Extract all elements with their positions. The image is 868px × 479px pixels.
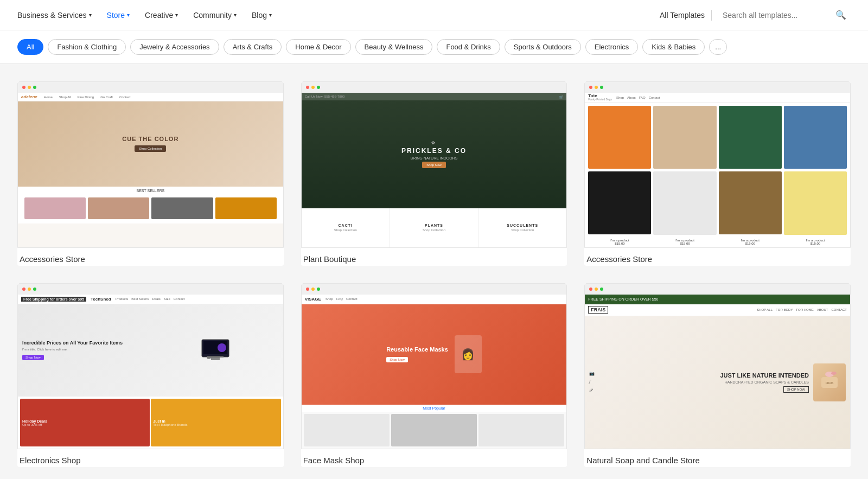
plant-cat-title-2: PLANTS [425,223,443,227]
elec-nav-contact: Contact [174,297,185,301]
browser-dot-yellow [28,288,31,291]
svg-point-2 [218,343,226,352]
plant-cat-title-3: SUCCULENTS [507,223,538,227]
elec-banner-deals: Holiday Deals Up to 30% off [20,399,150,446]
plant-cat-link-3: Shop Collection [511,228,534,232]
elec-image [152,337,278,364]
soap-hero-text: JUST LIKE NATURE INTENDED HANDCRAFTED OR… [595,372,813,393]
mock-content-plant: Call Us Now: 555-456-7890 🛒 ✿ PRICKLES &… [302,93,567,247]
filter-more-button[interactable]: ... [709,39,727,55]
tote-nav-contact: FAQ [639,96,646,99]
template-card-facemask[interactable]: VISAGE Shop FAQ Contact Reusable Face Ma… [301,283,567,468]
browser-dot-red [22,288,25,291]
face-btn: Shop Now [386,357,408,362]
search-icon[interactable]: 🔍 [835,10,846,20]
soap-nav: FRAIS SHOP ALL FOR BODY FOR HOME ABOUT C… [585,304,850,316]
filter-arts[interactable]: Arts & Crafts [224,39,282,55]
tote-item-4 [784,106,847,169]
tote-mock: Tote Funky Printed Bags Shop About FAQ C… [585,93,850,247]
template-name-plant: Plant Boutique [301,248,567,266]
face-product-2 [391,414,477,447]
tote-brand: Tote Funky Printed Bags [588,94,612,101]
template-card-soap[interactable]: FREE SHIPPING ON ORDER OVER $50 FRAIS SH… [584,283,851,468]
nav-blog[interactable]: Blog ▾ [252,11,272,20]
soap-btn: SHOP NOW [783,386,809,393]
tote-item-6 [653,171,716,234]
elec-banner-headphones-sub: Top Headphone Brands [153,423,187,426]
soap-hero: 📷 𝑓 𝒫 JUST LIKE NATURE INTENDED HANDCRAF… [585,316,850,449]
nav-community[interactable]: Community ▾ [193,11,237,20]
face-text: Reusable Face Masks Shop Now [386,346,448,363]
face-nav: Shop FAQ Contact [326,297,358,301]
all-templates-label[interactable]: All Templates [660,11,705,20]
tote-products [585,103,850,239]
browser-dot-green [317,86,320,89]
filter-beauty[interactable]: Beauty & Wellness [355,39,433,55]
elec-nav-bestsellers: Best Sellers [131,297,149,301]
elec-banner-headphones-title: Just In [153,419,165,423]
filter-food[interactable]: Food & Drinks [437,39,500,55]
mock-content-tote: Tote Funky Printed Bags Shop About FAQ C… [585,93,850,247]
tote-product-price3: $15.00 [719,242,782,245]
browser-dot-green [600,288,603,291]
filter-fashion[interactable]: Fashion & Clothing [48,39,126,55]
face-brand: VISAGE [305,297,321,302]
mock-browser-electronics: Free Shipping for orders over $95 TechSh… [18,284,283,449]
face-title: Reusable Face Masks [386,346,448,353]
elec-hero: Incredible Prices on All Your Favorite I… [18,304,283,397]
template-preview-facemask: VISAGE Shop FAQ Contact Reusable Face Ma… [301,283,567,450]
tote-item-3 [719,106,782,169]
template-card-electronics[interactable]: Free Shipping for orders over $95 TechSh… [17,283,284,468]
browser-bar-soap [585,284,850,295]
search-input[interactable] [723,11,831,20]
filter-home[interactable]: Home & Decor [286,39,350,55]
tote-item-5 [588,171,651,234]
template-name-tote: Accessories Store [584,248,851,266]
browser-dot-green [600,86,603,89]
browser-dot-red [589,86,592,89]
filter-electronics[interactable]: Electronics [585,39,639,55]
chevron-icon: ▾ [175,12,178,18]
acc-product-1 [24,197,86,219]
plant-sub: BRING NATURE INDOORS [410,156,457,160]
filter-sports[interactable]: Sports & Outdoors [505,39,581,55]
plant-cart: 🛒 [559,95,563,99]
tote-nav: Tote Funky Printed Bags Shop About FAQ C… [585,93,850,103]
filter-jewelry[interactable]: Jewelry & Accessories [130,39,219,55]
plant-cat-2: PLANTS Shop Collection [390,208,478,247]
filter-all[interactable]: All [17,39,43,55]
accessories-mock: adalene Home Shop All Fine Dining Go Cra… [18,93,283,247]
tote-item-8 [784,171,847,234]
elec-banners: Holiday Deals Up to 30% off Just In Top … [18,397,283,449]
elec-title: Incredible Prices on All Your Favorite I… [22,340,148,347]
tote-nav-sub: Funky Printed Bags [588,98,612,101]
soap-fb-icon: 𝑓 [589,379,595,385]
acc-nav: adalene Home Shop All Fine Dining Go Cra… [18,93,283,101]
mock-content-soap: FREE SHIPPING ON ORDER OVER $50 FRAIS SH… [585,295,850,449]
plant-contact: Call Us Now: 555-456-7890 [305,95,345,98]
elec-banner-headphones: Just In Top Headphone Brands [151,399,280,446]
tote-prices: I'm a product $15.00 I'm a product $15.0… [585,239,850,247]
soap-nav-home: FOR HOME [796,308,813,311]
face-nav-contact: Contact [346,297,358,301]
mock-browser-tote: Tote Funky Printed Bags Shop About FAQ C… [585,82,850,247]
tote-item-1 [588,106,651,169]
nav-business[interactable]: Business & Services ▾ [17,11,92,20]
nav-store[interactable]: Store ▾ [107,11,130,20]
template-card-tote[interactable]: Tote Funky Printed Bags Shop About FAQ C… [584,81,851,266]
soap-sub: HANDCRAFTED ORGANIC SOAPS & CANDLES [725,380,809,384]
template-card-accessories1[interactable]: adalene Home Shop All Fine Dining Go Cra… [17,81,284,266]
template-card-plant[interactable]: Call Us Now: 555-456-7890 🛒 ✿ PRICKLES &… [301,81,567,266]
filter-kids[interactable]: Kids & Babies [642,39,705,55]
plant-cat-3: SUCCULENTS Shop Collection [478,208,566,247]
soap-mock: FREE SHIPPING ON ORDER OVER $50 FRAIS SH… [585,295,850,449]
tote-price-2: I'm a product $15.00 [653,239,716,245]
face-nav-faq: FAQ [336,297,343,301]
soap-header: FREE SHIPPING ON ORDER OVER $50 [585,295,850,304]
soap-nav-links: SHOP ALL FOR BODY FOR HOME ABOUT CONTACT [757,308,847,311]
browser-bar-plant [302,82,567,93]
elec-nav: Products Best Sellers Deals Sale Contact [116,297,185,301]
nav-creative[interactable]: Creative ▾ [145,11,178,20]
browser-bar [18,82,283,93]
template-name-facemask: Face Mask Shop [301,449,567,467]
